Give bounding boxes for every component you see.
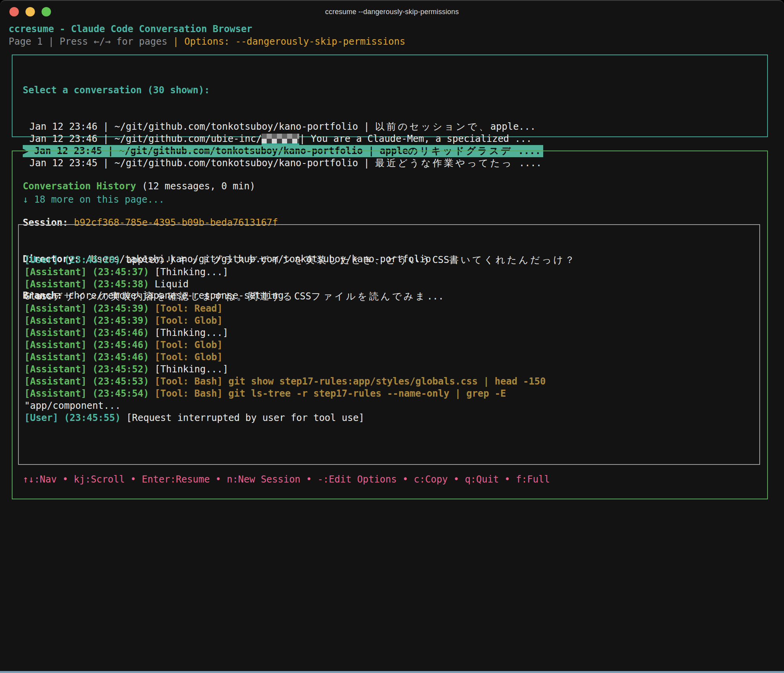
keybind-item: n:New Session [227, 474, 300, 485]
message-timestamp: (23:45:46) [92, 327, 149, 338]
text-segment: [Tool: Bash] git show step17-rules:app/s… [155, 376, 546, 387]
bottom-edge [0, 671, 784, 673]
message-role: [Assistant] [24, 352, 87, 363]
keybind-item: -:Edit Options [317, 474, 397, 485]
history-heading: Conversation History(12 messages, 0 min) [23, 180, 767, 192]
keybind-item: Enter:Resume [142, 474, 209, 485]
message-timestamp: (23:45:46) [92, 352, 149, 363]
message-line: [Assistant] (23:45:52) [Thinking...] [24, 363, 759, 376]
keybind-item: q:Quit [465, 474, 499, 485]
conversation-row[interactable]: Jan 12 23:46 | ~/git/github.com/ubie-inc… [23, 133, 767, 145]
window-title: ccresume --dangerously-skip-permissions [0, 1, 784, 23]
message-timestamp: (23:45:39) [92, 303, 149, 314]
keybind-separator: • [448, 474, 465, 485]
message-line: [Assistant] (23:45:39) [Tool: Read] [24, 303, 759, 315]
text-segment: [Tool: Bash] git ls-tree -r step17-rules… [155, 388, 506, 399]
text-segment: apple [126, 254, 155, 265]
keybind-item: kj:Scroll [74, 474, 125, 485]
text-segment: [Thinking...] [155, 364, 228, 375]
message-timestamp: (23:45:37) [92, 267, 149, 278]
text-segment: デザインの実装内容を確認しますね。関連する [53, 291, 294, 302]
titlebar: ccresume --dangerously-skip-permissions [0, 1, 784, 23]
message-line: Glassデザインの実装内容を確認しますね。関連するCSSファイルを読んでみま.… [24, 290, 759, 303]
message-role: [Assistant] [24, 376, 87, 387]
message-line: [Assistant] (23:45:46) [Thinking...] [24, 327, 759, 339]
history-title: Conversation History [23, 181, 136, 192]
keybind-bar: ↑↓:Nav • kj:Scroll • Enter:Resume • n:Ne… [23, 473, 550, 486]
text-segment: ファイルを読んでみま [311, 291, 427, 302]
text-segment: 書いてくれたんだっけ？ [449, 254, 577, 265]
message-timestamp: (23:45:55) [64, 412, 121, 423]
conversation-history-panel: Conversation History(12 messages, 0 min)… [12, 151, 768, 499]
text-segment: [Tool: Glob] [155, 352, 222, 363]
text-segment: [Thinking...] [155, 327, 228, 338]
messages-panel[interactable]: [User] (23:45:29) appleのリキッドグラスデザインを実装した… [18, 224, 760, 465]
page-status-line: Page 1 | Press ←/→ for pages | Options: … [9, 36, 405, 48]
conversation-list-panel: Select a conversation (30 shown): Jan 12… [12, 54, 768, 137]
text-segment: Glass [24, 291, 53, 302]
terminal-window: ccresume --dangerously-skip-permissions … [0, 0, 784, 673]
text-segment: Jan 12 23:46 | ~/git/github.com/tonkotsu… [29, 121, 375, 132]
message-timestamp: (23:45:54) [92, 388, 149, 399]
keybind-separator: • [499, 474, 516, 485]
message-line: [Assistant] (23:45:46) [Tool: Glob] [24, 339, 759, 351]
message-line: "app/component... [24, 400, 759, 412]
message-timestamp: (23:45:53) [92, 376, 149, 387]
message-role: [Assistant] [24, 279, 87, 290]
text-segment: [Tool: Read] [155, 303, 222, 314]
message-line: [Assistant] (23:45:38) Liquid [24, 278, 759, 290]
message-timestamp: (23:45:52) [92, 364, 149, 375]
message-line: [User] (23:45:29) appleのリキッドグラスデザインを実装した… [24, 254, 759, 266]
message-role: [Assistant] [24, 388, 87, 399]
keybind-item: f:Full [516, 474, 550, 485]
message-list: [User] (23:45:29) appleのリキッドグラスデザインを実装した… [24, 254, 759, 424]
conversation-row[interactable]: Jan 12 23:46 | ~/git/github.com/tonkotsu… [23, 121, 767, 133]
text-segment: CSS [432, 254, 449, 265]
text-segment: Jan 12 23:46 | ~/git/github.com/ubie-inc… [29, 133, 262, 144]
text-segment: [Tool: Glob] [155, 315, 222, 326]
message-timestamp: (23:45:46) [92, 339, 149, 350]
message-line: [Assistant] (23:45:39) [Tool: Glob] [24, 315, 759, 327]
text-segment: "app/component... [24, 400, 121, 411]
text-segment: apple... [490, 121, 536, 132]
message-role: [Assistant] [24, 303, 87, 314]
message-line: [Assistant] (23:45:53) [Tool: Bash] git … [24, 376, 759, 388]
text-segment: CSS [294, 291, 311, 302]
message-timestamp: (23:45:29) [64, 254, 121, 265]
text-segment: | You are a Claude-Mem, a specialized ..… [299, 133, 531, 144]
text-segment: ... [427, 291, 444, 302]
keybind-separator: • [300, 474, 317, 485]
message-role: [Assistant] [24, 315, 87, 326]
history-meta: (12 messages, 0 min) [142, 181, 255, 192]
conversation-list-heading: Select a conversation (30 shown): [23, 84, 767, 96]
text-segment: 以前のセッションで、 [375, 121, 490, 132]
message-role: [Assistant] [24, 339, 87, 350]
text-segment: [Request interrupted by user for tool us… [126, 412, 364, 423]
keybind-separator: • [125, 474, 142, 485]
message-role: [User] [24, 412, 58, 423]
keybind-separator: • [210, 474, 227, 485]
message-role: [User] [24, 254, 58, 265]
keybind-separator: • [397, 474, 414, 485]
keybind-item: c:Copy [414, 474, 448, 485]
message-role: [Assistant] [24, 364, 87, 375]
text-segment: Liquid [155, 279, 189, 290]
keybind-separator: • [57, 474, 74, 485]
options-info: | Options: --dangerously-skip-permission… [173, 36, 405, 47]
text-segment: のリキッドグラスデザインを実装したとき、どういう [155, 254, 432, 265]
text-segment: [Thinking...] [155, 267, 228, 278]
message-line: [User] (23:45:55) [Request interrupted b… [24, 412, 759, 424]
message-line: [Assistant] (23:45:37) [Thinking...] [24, 266, 759, 278]
text-segment: [Tool: Glob] [155, 339, 222, 350]
message-timestamp: (23:45:38) [92, 279, 149, 290]
message-line: [Assistant] (23:45:54) [Tool: Bash] git … [24, 388, 759, 400]
message-timestamp: (23:45:39) [92, 315, 149, 326]
redacted-text [262, 134, 299, 145]
page-info: Page 1 | Press ←/→ for pages [9, 36, 173, 47]
message-role: [Assistant] [24, 267, 87, 278]
message-role: [Assistant] [24, 327, 87, 338]
keybind-item: ↑↓:Nav [23, 474, 57, 485]
app-title: ccresume - Claude Code Conversation Brow… [9, 23, 252, 35]
message-line: [Assistant] (23:45:46) [Tool: Glob] [24, 351, 759, 363]
